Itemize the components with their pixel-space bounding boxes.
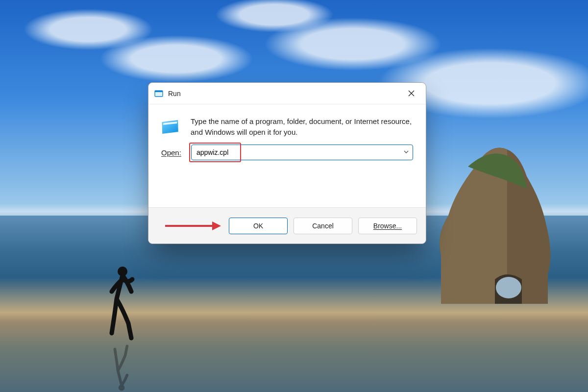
wallpaper-rock xyxy=(421,122,568,304)
annotation-arrow xyxy=(163,220,222,232)
dialog-footer: OK Cancel Browse... xyxy=(148,207,426,244)
cancel-button[interactable]: Cancel xyxy=(294,218,352,234)
run-body-icon xyxy=(161,117,182,138)
run-dialog: Run Type the name of a program, folder, … xyxy=(148,82,426,244)
close-button[interactable] xyxy=(400,86,422,101)
wallpaper-runner-reflection xyxy=(103,343,137,392)
open-combobox[interactable] xyxy=(191,145,413,160)
dialog-title: Run xyxy=(168,90,181,98)
browse-button[interactable]: Browse... xyxy=(358,218,417,234)
open-label: Open: xyxy=(161,148,181,157)
wallpaper-runner xyxy=(103,265,137,343)
open-input[interactable] xyxy=(191,145,413,160)
dialog-body: Type the name of a program, folder, docu… xyxy=(148,104,426,142)
open-row: Open: xyxy=(148,142,426,172)
titlebar[interactable]: Run xyxy=(148,83,426,104)
browse-label: Browse... xyxy=(373,222,402,230)
close-icon xyxy=(408,90,415,97)
svg-rect-4 xyxy=(155,91,163,92)
svg-point-0 xyxy=(496,277,521,298)
dialog-description: Type the name of a program, folder, docu… xyxy=(191,116,413,138)
ok-button[interactable]: OK xyxy=(229,218,288,234)
run-icon xyxy=(154,89,163,98)
